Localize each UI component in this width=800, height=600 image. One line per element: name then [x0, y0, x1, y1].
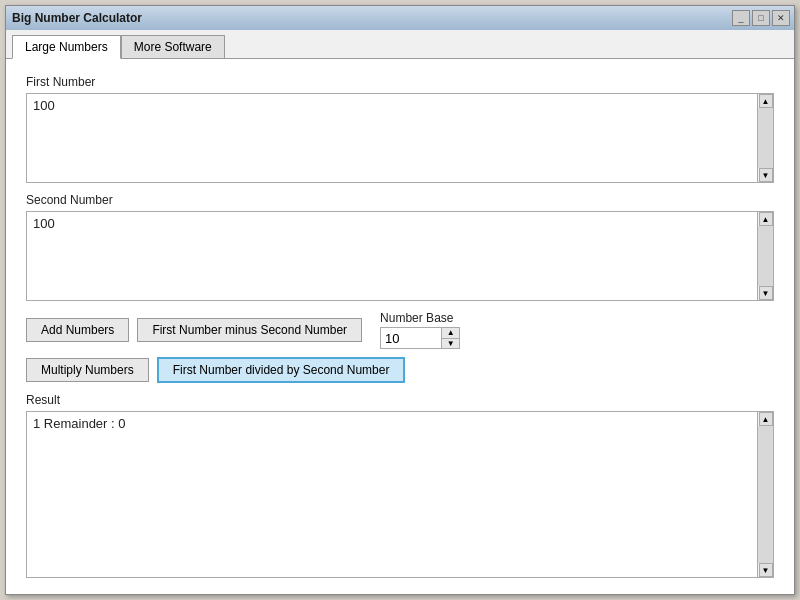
multiply-numbers-button[interactable]: Multiply Numbers [26, 358, 149, 382]
second-number-value[interactable]: 100 [27, 212, 757, 300]
second-number-group: Second Number 100 ▲ ▼ [26, 193, 774, 301]
second-number-label: Second Number [26, 193, 774, 207]
first-number-value[interactable]: 100 [27, 94, 757, 182]
first-number-scroll-down[interactable]: ▼ [759, 168, 773, 182]
result-scroll-up[interactable]: ▲ [759, 412, 773, 426]
close-button[interactable]: ✕ [772, 10, 790, 26]
subtract-numbers-button[interactable]: First Number minus Second Number [137, 318, 362, 342]
result-area-wrapper: 1 Remainder : 0 ▲ ▼ [26, 411, 774, 578]
tab-bar: Large Numbers More Software [6, 30, 794, 59]
buttons-row: Add Numbers First Number minus Second Nu… [26, 311, 774, 349]
add-numbers-button[interactable]: Add Numbers [26, 318, 129, 342]
number-base-down[interactable]: ▼ [442, 339, 459, 349]
number-base-group: Number Base ▲ ▼ [380, 311, 460, 349]
title-bar: Big Number Calculator _ □ ✕ [6, 6, 794, 30]
second-number-scroll-up[interactable]: ▲ [759, 212, 773, 226]
main-window: Big Number Calculator _ □ ✕ Large Number… [5, 5, 795, 595]
result-value: 1 Remainder : 0 [27, 412, 757, 577]
divide-numbers-button[interactable]: First Number divided by Second Number [157, 357, 406, 383]
number-base-spinner: ▲ ▼ [380, 327, 460, 349]
result-scroll-down[interactable]: ▼ [759, 563, 773, 577]
second-number-scroll-down[interactable]: ▼ [759, 286, 773, 300]
minimize-button[interactable]: _ [732, 10, 750, 26]
first-number-group: First Number 100 ▲ ▼ [26, 75, 774, 183]
first-number-scroll-track [758, 108, 773, 168]
result-scrollbar: ▲ ▼ [757, 412, 773, 577]
number-base-input[interactable] [381, 329, 441, 348]
first-number-field-wrapper: 100 ▲ ▼ [26, 93, 774, 183]
tab-large-numbers[interactable]: Large Numbers [12, 35, 121, 59]
number-base-label: Number Base [380, 311, 460, 325]
buttons-row-2: Multiply Numbers First Number divided by… [26, 357, 774, 383]
second-number-scrollbar: ▲ ▼ [757, 212, 773, 300]
maximize-button[interactable]: □ [752, 10, 770, 26]
window-title: Big Number Calculator [12, 11, 142, 25]
result-label: Result [26, 393, 774, 407]
tab-more-software[interactable]: More Software [121, 35, 225, 59]
number-base-arrows: ▲ ▼ [441, 328, 459, 348]
first-number-scroll-up[interactable]: ▲ [759, 94, 773, 108]
second-number-scroll-track [758, 226, 773, 286]
title-bar-controls: _ □ ✕ [732, 10, 790, 26]
window-content: First Number 100 ▲ ▼ Second Number 100 ▲… [6, 59, 794, 594]
result-section: Result 1 Remainder : 0 ▲ ▼ [26, 393, 774, 578]
second-number-field-wrapper: 100 ▲ ▼ [26, 211, 774, 301]
first-number-label: First Number [26, 75, 774, 89]
first-number-scrollbar: ▲ ▼ [757, 94, 773, 182]
result-scroll-track [758, 426, 773, 563]
number-base-up[interactable]: ▲ [442, 328, 459, 339]
